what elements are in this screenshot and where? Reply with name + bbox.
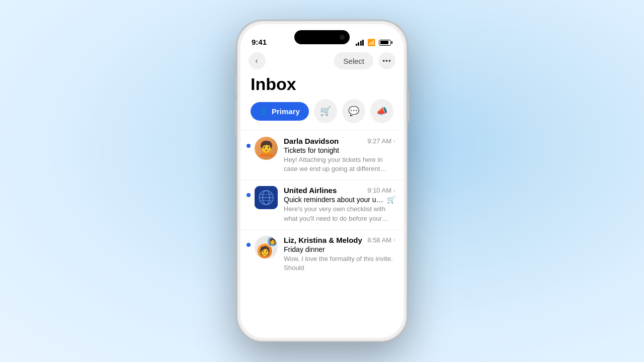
tab-shopping[interactable]: 🛒 — [314, 99, 337, 123]
email-time-row-2: 9:10 AM › — [367, 187, 395, 194]
more-button[interactable]: ••• — [378, 52, 395, 69]
megaphone-icon: 📣 — [376, 106, 387, 117]
nav-bar: ‹ Select ••• — [240, 50, 404, 73]
phone-wrapper: 9:41 📶 — [236, 20, 408, 342]
shopping-cart-icon: 🛒 — [320, 106, 331, 117]
battery-icon — [379, 40, 392, 46]
signal-icon — [356, 40, 364, 46]
email-item-2[interactable]: United Airlines 9:10 AM › Quick reminder… — [240, 179, 404, 229]
email-time-row-1: 9:27 AM › — [367, 137, 395, 145]
email-time-row-3: 8:58 AM › — [367, 236, 395, 244]
email-content-1: Darla Davidson 9:27 AM › Tickets for ton… — [284, 137, 395, 173]
wifi-icon: 📶 — [367, 39, 375, 46]
back-button[interactable]: ‹ — [249, 52, 266, 69]
email-item-1[interactable]: 🧑‍🦱 Darla Davidson 9:27 AM › Tickets for… — [240, 130, 404, 179]
email-time-3: 8:58 AM — [367, 236, 391, 244]
email-sender-2: United Airlines — [284, 186, 337, 195]
chevron-icon-2: › — [393, 187, 395, 194]
unread-dot-2 — [247, 193, 251, 197]
email-content-3: Liz, Kristina & Melody 8:58 AM › Friday … — [284, 236, 395, 273]
avatar-united — [255, 186, 278, 209]
avatar-darla: 🧑‍🦱 — [255, 137, 278, 160]
select-button[interactable]: Select — [334, 52, 373, 69]
tab-primary-label: Primary — [272, 107, 300, 116]
email-header-2: United Airlines 9:10 AM › — [284, 186, 395, 195]
email-subject-3: Friday dinner — [284, 245, 395, 253]
tab-social[interactable]: 💬 — [342, 99, 365, 123]
status-icons: 📶 — [356, 39, 393, 46]
more-dots-icon: ••• — [382, 57, 391, 65]
unread-dot-3 — [247, 243, 251, 247]
email-header-3: Liz, Kristina & Melody 8:58 AM › — [284, 236, 395, 244]
email-list: 🧑‍🦱 Darla Davidson 9:27 AM › Tickets for… — [240, 130, 404, 338]
email-subject-row-2: Quick reminders about your upcoming... 🛒 — [284, 196, 395, 204]
tab-primary[interactable]: 👤 Primary — [251, 102, 309, 121]
page-background: 9:41 📶 — [0, 0, 644, 362]
email-preview-1: Hey! Attaching your tickets here in case… — [284, 155, 395, 173]
united-globe-icon — [255, 186, 278, 209]
email-content-2: United Airlines 9:10 AM › Quick reminder… — [284, 186, 395, 223]
nav-right: Select ••• — [334, 52, 395, 69]
back-chevron-icon: ‹ — [255, 56, 258, 65]
email-sender-1: Darla Davidson — [284, 137, 339, 145]
group-faces: 🧑 👩 — [255, 236, 278, 259]
unread-dot-1 — [247, 144, 251, 148]
category-tabs: 👤 Primary 🛒 💬 📣 — [240, 99, 404, 130]
shopping-badge-icon: 🛒 — [387, 196, 395, 204]
email-sender-3: Liz, Kristina & Melody — [284, 236, 362, 244]
email-subject-2: Quick reminders about your upcoming... — [284, 196, 385, 204]
status-time: 9:41 — [252, 38, 267, 46]
inbox-title: Inbox — [240, 73, 404, 99]
email-time-2: 9:10 AM — [367, 187, 391, 194]
email-preview-3: Wow, I love the formality of this invite… — [284, 254, 395, 273]
memoji-darla: 🧑‍🦱 — [258, 140, 275, 157]
email-item-3[interactable]: 🧑 👩 Liz, Kristina & Melody 8:58 AM › — [240, 229, 404, 279]
email-preview-2: Here's your very own checklist with what… — [284, 205, 395, 223]
email-time-1: 9:27 AM — [367, 137, 391, 145]
email-header-1: Darla Davidson 9:27 AM › — [284, 137, 395, 145]
chat-icon: 💬 — [348, 106, 359, 117]
chevron-icon-3: › — [393, 236, 395, 243]
chevron-icon-1: › — [393, 138, 395, 145]
island-camera — [340, 35, 345, 40]
face-small-icon: 👩 — [267, 236, 278, 247]
tab-promotions[interactable]: 📣 — [370, 99, 393, 123]
phone-screen: 9:41 📶 — [240, 24, 404, 338]
avatar-group: 🧑 👩 — [255, 236, 278, 259]
email-subject-1: Tickets for tonight — [284, 146, 395, 154]
dynamic-island — [294, 30, 350, 44]
person-icon: 👤 — [260, 107, 268, 115]
